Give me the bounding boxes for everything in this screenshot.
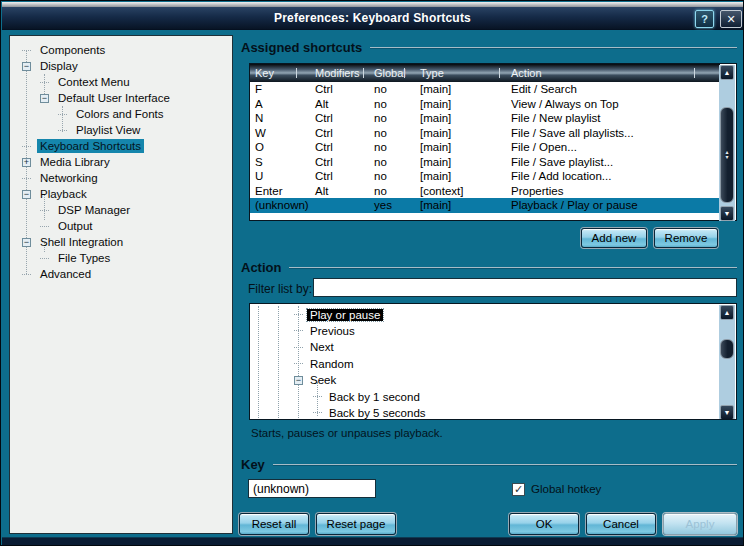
- action-heading: Action: [241, 260, 737, 275]
- column-divider[interactable]: [499, 68, 500, 78]
- tree-item-context-menu[interactable]: Context Menu: [14, 74, 133, 90]
- action-item-back-by-5-seconds[interactable]: Back by 5 seconds: [313, 405, 429, 420]
- titlebar[interactable]: Preferences: Keyboard Shortcuts ? ✕: [2, 7, 743, 30]
- column-header-key[interactable]: Key: [255, 64, 274, 82]
- tree-item-default-user-interface[interactable]: −Default User Interface: [14, 90, 173, 106]
- column-divider[interactable]: [363, 68, 364, 78]
- tree-item-advanced[interactable]: Advanced: [14, 266, 94, 282]
- checkmark-icon: ✓: [514, 483, 523, 495]
- heading-rule: [273, 464, 737, 465]
- collapse-icon[interactable]: −: [22, 62, 31, 71]
- action-item-play-or-pause[interactable]: Play or pause: [294, 307, 383, 322]
- reset-all-button[interactable]: Reset all: [239, 513, 309, 535]
- tree-item-colors-and-fonts[interactable]: Colors and Fonts: [14, 106, 167, 122]
- tree-connector: [40, 210, 49, 211]
- scrollbar-thumb[interactable]: ▴ ▾: [720, 107, 734, 203]
- tree-item-file-types[interactable]: File Types: [14, 250, 113, 266]
- shortcut-action: Properties: [511, 184, 563, 199]
- scroll-down-icon: ▼: [724, 210, 731, 217]
- tree-item-keyboard-shortcuts[interactable]: Keyboard Shortcuts: [14, 138, 144, 154]
- shortcut-action: File / Add location...: [511, 169, 611, 184]
- shortcut-key: W: [255, 126, 266, 141]
- shortcut-key: F: [255, 82, 262, 97]
- shortcut-modifiers: Ctrl: [315, 155, 333, 170]
- tree-item-dsp-manager[interactable]: DSP Manager: [14, 202, 133, 218]
- tree-connector: [294, 314, 303, 315]
- scroll-up-button[interactable]: ▲: [720, 305, 734, 320]
- help-button[interactable]: ?: [695, 10, 714, 28]
- column-header-type[interactable]: Type: [420, 64, 444, 82]
- tree-item-playlist-view[interactable]: Playlist View: [14, 122, 143, 138]
- shortcut-modifiers: Ctrl: [315, 169, 333, 184]
- cancel-button[interactable]: Cancel: [586, 513, 656, 535]
- tree-item-playback[interactable]: −Playback: [14, 186, 90, 202]
- shortcut-row[interactable]: FCtrlno[main]Edit / Search: [250, 82, 720, 97]
- tree-item-label: Context Menu: [55, 75, 133, 89]
- collapse-icon[interactable]: −: [40, 94, 49, 103]
- tree-connector: [40, 82, 49, 83]
- shortcut-row[interactable]: (unknown)yes[main]Playback / Play or pau…: [250, 198, 720, 213]
- shortcut-modifiers: Ctrl: [315, 126, 333, 141]
- tree-item-label: Keyboard Shortcuts: [37, 139, 144, 153]
- reset-page-button[interactable]: Reset page: [316, 513, 396, 535]
- column-header-modifiers[interactable]: Modifiers: [315, 64, 360, 82]
- shortcut-row[interactable]: AAltno[main]View / Always on Top: [250, 97, 720, 112]
- assigned-shortcuts-heading-text: Assigned shortcuts: [241, 40, 362, 55]
- shortcut-key: O: [255, 140, 264, 155]
- action-item-random[interactable]: Random: [294, 356, 356, 371]
- tree-item-components[interactable]: Components: [14, 42, 108, 58]
- shortcut-row[interactable]: SCtrlno[main]File / Save playlist...: [250, 155, 720, 170]
- filter-input[interactable]: [313, 278, 737, 297]
- shortcut-action: Edit / Search: [511, 82, 577, 97]
- shortcut-type: [main]: [420, 111, 451, 126]
- shortcuts-scrollbar[interactable]: ▲ ▴ ▾ ▼: [719, 65, 735, 221]
- apply-button[interactable]: Apply: [663, 513, 737, 535]
- shortcut-action: Playback / Play or pause: [511, 198, 638, 213]
- tree-item-media-library[interactable]: +Media Library: [14, 154, 113, 170]
- scrollbar-thumb[interactable]: [720, 339, 734, 359]
- column-divider[interactable]: [296, 68, 297, 78]
- tree-connector: [294, 330, 303, 331]
- shortcut-row[interactable]: OCtrlno[main]File / Open...: [250, 140, 720, 155]
- tree-item-label: Output: [55, 219, 96, 233]
- key-input[interactable]: [248, 479, 376, 498]
- tree-item-display[interactable]: −Display: [14, 58, 81, 74]
- collapse-icon[interactable]: −: [22, 238, 31, 247]
- global-hotkey-checkbox[interactable]: ✓: [512, 483, 525, 496]
- shortcut-row[interactable]: UCtrlno[main]File / Add location...: [250, 169, 720, 184]
- shortcut-row[interactable]: EnterAltno[context]Properties: [250, 184, 720, 199]
- action-item-next[interactable]: Next: [294, 340, 337, 355]
- action-scrollbar[interactable]: ▲ ▼: [719, 305, 735, 420]
- action-item-back-by-1-second[interactable]: Back by 1 second: [313, 389, 423, 404]
- action-item-previous[interactable]: Previous: [294, 323, 358, 338]
- tree-item-label: Playlist View: [73, 123, 143, 137]
- shortcut-action: File / New playlist: [511, 111, 600, 126]
- shortcut-row[interactable]: NCtrlno[main]File / New playlist: [250, 111, 720, 126]
- action-item-seek[interactable]: −Seek: [294, 373, 339, 388]
- expand-icon[interactable]: +: [22, 158, 31, 167]
- ok-button[interactable]: OK: [509, 513, 579, 535]
- shortcut-global: no: [374, 126, 387, 141]
- heading-rule: [289, 267, 737, 268]
- shortcuts-table-header[interactable]: Key Modifiers Global Type Action: [250, 64, 720, 82]
- tree-item-label: Display: [37, 59, 81, 73]
- tree-item-networking[interactable]: Networking: [14, 170, 101, 186]
- column-header-global[interactable]: Global: [374, 64, 406, 82]
- shortcut-global: no: [374, 97, 387, 112]
- column-divider[interactable]: [694, 68, 695, 78]
- tree-item-shell-integration[interactable]: −Shell Integration: [14, 234, 126, 250]
- remove-button[interactable]: Remove: [654, 228, 718, 248]
- scroll-down-button[interactable]: ▼: [720, 206, 734, 221]
- close-button[interactable]: ✕: [720, 10, 742, 28]
- scroll-down-button[interactable]: ▼: [720, 405, 734, 420]
- add-new-button[interactable]: Add new: [581, 228, 647, 248]
- collapse-icon[interactable]: −: [294, 376, 303, 385]
- action-item-label: Previous: [307, 325, 358, 337]
- scroll-up-button[interactable]: ▲: [720, 65, 734, 80]
- column-divider[interactable]: [404, 68, 405, 78]
- tree-item-output[interactable]: Output: [14, 218, 96, 234]
- shortcut-row[interactable]: WCtrlno[main]File / Save all playlists..…: [250, 126, 720, 141]
- column-header-action[interactable]: Action: [511, 64, 542, 82]
- shortcut-global: no: [374, 155, 387, 170]
- collapse-icon[interactable]: −: [22, 190, 31, 199]
